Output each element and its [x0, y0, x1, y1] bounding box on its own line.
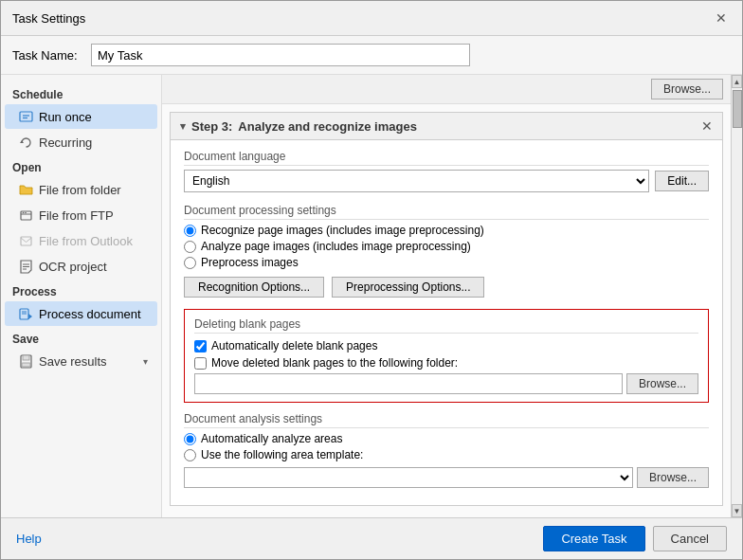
scroll-down-arrow[interactable]: ▼ [732, 504, 742, 517]
step-body: Document language English Edit... Docume… [171, 140, 722, 505]
processing-settings-group: Document processing settings Recognize p… [184, 204, 709, 298]
processing-settings-label: Document processing settings [184, 204, 709, 220]
preprocessing-options-button[interactable]: Preprocessing Options... [332, 277, 484, 298]
scroll-up-arrow[interactable]: ▲ [732, 75, 742, 88]
sidebar-item-file-from-folder[interactable]: File from folder [5, 177, 157, 202]
ocr-project-label: OCR project [39, 260, 107, 274]
radio-auto-analyze[interactable]: Automatically analyze areas [184, 432, 709, 445]
schedule-section-label: Schedule [1, 82, 161, 103]
analysis-browse-row: Browse... [184, 467, 709, 488]
svg-rect-17 [23, 355, 29, 360]
recognition-options-button[interactable]: Recognition Options... [184, 277, 324, 298]
delete-browse-row: Browse... [194, 373, 698, 394]
move-deleted-label: Move deleted blank pages to the followin… [211, 356, 458, 370]
open-section-label: Open [1, 155, 161, 176]
save-results-label: Save results [39, 354, 107, 369]
svg-point-7 [25, 211, 27, 213]
file-from-outlook-label: File from Outlook [39, 234, 133, 248]
save-results-expand-icon: ▾ [143, 356, 148, 367]
right-panel-with-scroll: Browse... ▾ Step 3: Analyze and recogniz… [162, 75, 742, 517]
sidebar: Schedule Run once [1, 75, 162, 517]
svg-marker-3 [20, 140, 24, 143]
sidebar-item-process-document[interactable]: Process document [5, 301, 157, 326]
delete-browse-button[interactable]: Browse... [626, 373, 698, 394]
right-panel: Browse... ▾ Step 3: Analyze and recogniz… [162, 75, 731, 517]
svg-rect-8 [21, 237, 31, 245]
main-content: Schedule Run once [1, 75, 742, 517]
cancel-button[interactable]: Cancel [653, 526, 727, 551]
svg-point-6 [22, 211, 24, 213]
move-deleted-checkbox[interactable] [194, 357, 207, 370]
run-once-label: Run once [39, 110, 92, 124]
scroll-thumb[interactable] [733, 90, 742, 128]
language-edit-button[interactable]: Edit... [655, 171, 709, 191]
svg-marker-15 [28, 314, 32, 319]
step-section: ▾ Step 3: Analyze and recognize images ✕… [170, 112, 723, 506]
file-from-ftp-label: File from FTP [39, 208, 114, 223]
sidebar-item-run-once[interactable]: Run once [5, 104, 157, 129]
radio-area-template-label: Use the following area template: [201, 448, 363, 461]
radio-analyze[interactable]: Analyze page images (includes image prep… [184, 240, 709, 253]
document-language-group: Document language English Edit... [184, 150, 709, 192]
run-once-icon [18, 109, 33, 124]
dialog-close-button[interactable]: ✕ [712, 9, 731, 27]
sidebar-item-file-from-outlook: File from Outlook [5, 228, 157, 253]
analysis-browse-button[interactable]: Browse... [637, 467, 709, 488]
create-task-button[interactable]: Create Task [543, 526, 644, 551]
save-section-label: Save [1, 327, 161, 348]
folder-icon [18, 182, 33, 197]
process-section-label: Process [1, 280, 161, 300]
doc-analysis-section: Document analysis settings Automatically… [184, 412, 709, 488]
move-deleted-checkbox-item[interactable]: Move deleted blank pages to the followin… [194, 356, 698, 370]
analysis-radio-group: Automatically analyze areas Use the foll… [184, 432, 709, 461]
radio-recognize-input[interactable] [184, 225, 196, 237]
task-name-label: Task Name: [12, 48, 83, 63]
footer-buttons: Create Task Cancel [543, 526, 727, 551]
language-select-row: English Edit... [184, 170, 709, 192]
radio-recognize-label: Recognize page images (includes image pr… [201, 224, 484, 237]
auto-delete-checkbox[interactable] [194, 340, 207, 352]
step-collapse-icon[interactable]: ▾ [180, 120, 186, 133]
outlook-icon [18, 233, 33, 248]
processing-radio-group: Recognize page images (includes image pr… [184, 224, 709, 269]
sidebar-item-recurring[interactable]: Recurring [5, 130, 157, 154]
scrollbar: ▲ ▼ [731, 75, 742, 517]
ftp-icon [18, 208, 33, 223]
browse-top-bar: Browse... [162, 75, 731, 104]
doc-analysis-label: Document analysis settings [184, 412, 709, 428]
save-results-icon [18, 353, 33, 369]
area-template-select[interactable] [184, 467, 633, 488]
step-number: Step 3: [191, 119, 232, 134]
title-bar: Task Settings ✕ [1, 1, 742, 36]
radio-auto-analyze-label: Automatically analyze areas [201, 432, 342, 445]
auto-delete-checkbox-item[interactable]: Automatically delete blank pages [194, 339, 698, 352]
delete-blank-label: Deleting blank pages [194, 317, 698, 334]
task-name-row: Task Name: [1, 36, 742, 75]
process-document-label: Process document [39, 307, 141, 321]
ocr-project-icon [18, 259, 33, 274]
process-document-icon [18, 306, 33, 321]
radio-area-template-input[interactable] [184, 449, 196, 461]
svg-rect-0 [20, 112, 32, 121]
step-title: Analyze and recognize images [238, 119, 417, 134]
sidebar-item-ocr-project[interactable]: OCR project [5, 254, 157, 279]
browse-top-button[interactable]: Browse... [651, 79, 723, 99]
dialog-title: Task Settings [12, 11, 85, 26]
auto-delete-label: Automatically delete blank pages [211, 339, 377, 352]
recurring-icon [18, 135, 33, 150]
radio-preprocess-input[interactable] [184, 257, 196, 269]
radio-analyze-input[interactable] [184, 241, 196, 253]
help-link[interactable]: Help [16, 532, 42, 546]
radio-area-template[interactable]: Use the following area template: [184, 448, 709, 461]
radio-recognize[interactable]: Recognize page images (includes image pr… [184, 224, 709, 237]
delete-blank-section: Deleting blank pages Automatically delet… [184, 309, 709, 403]
step-close-button[interactable]: ✕ [701, 118, 713, 134]
task-name-input[interactable] [91, 44, 470, 66]
radio-preprocess[interactable]: Preprocess images [184, 256, 709, 269]
sidebar-item-file-from-ftp[interactable]: File from FTP [5, 203, 157, 227]
delete-folder-input[interactable] [194, 373, 623, 394]
radio-auto-analyze-input[interactable] [184, 433, 196, 445]
language-select[interactable]: English [184, 170, 649, 192]
sidebar-item-save-results[interactable]: Save results ▾ [5, 349, 157, 373]
svg-rect-18 [22, 363, 30, 367]
